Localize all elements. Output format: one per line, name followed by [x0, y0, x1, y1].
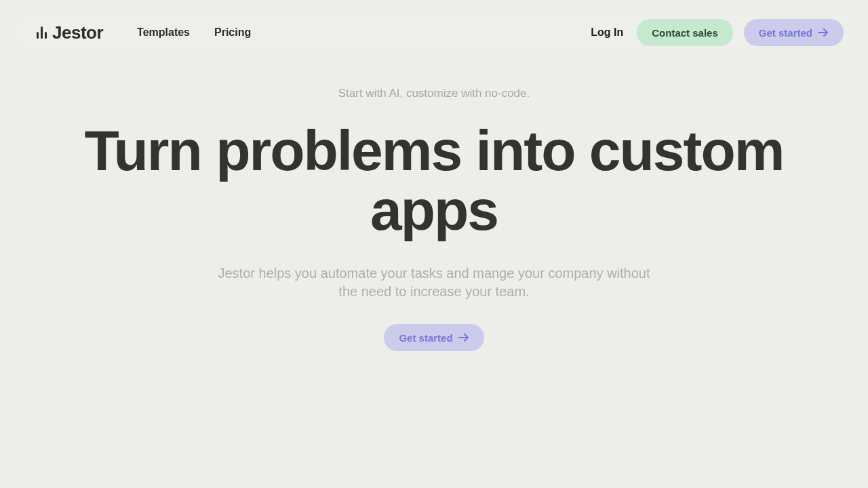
logo-mark-icon [37, 26, 47, 39]
site-header: Jestor Templates Pricing Log In Contact … [16, 12, 852, 53]
hero-section: Start with AI, customize with no-code. T… [0, 87, 868, 351]
contact-sales-label: Contact sales [652, 27, 718, 39]
nav-templates[interactable]: Templates [137, 26, 190, 39]
hero-cta-wrap: Get started [27, 324, 841, 351]
hero-get-started-button[interactable]: Get started [384, 324, 484, 351]
arrow-right-icon [818, 28, 829, 37]
header-actions: Log In Contact sales Get started [591, 19, 844, 46]
logo[interactable]: Jestor [37, 22, 103, 43]
hero-subhead: Jestor helps you automate your tasks and… [210, 264, 658, 301]
logo-text: Jestor [52, 22, 103, 43]
arrow-right-icon [458, 333, 469, 342]
get-started-button[interactable]: Get started [744, 19, 844, 46]
primary-nav: Templates Pricing [137, 26, 251, 39]
login-link[interactable]: Log In [591, 26, 623, 39]
nav-pricing[interactable]: Pricing [214, 26, 251, 39]
contact-sales-button[interactable]: Contact sales [637, 19, 733, 46]
hero-headline: Turn problems into custom apps [27, 121, 841, 240]
hero-eyebrow: Start with AI, customize with no-code. [27, 87, 841, 100]
hero-get-started-label: Get started [399, 332, 452, 344]
get-started-label: Get started [759, 27, 812, 39]
